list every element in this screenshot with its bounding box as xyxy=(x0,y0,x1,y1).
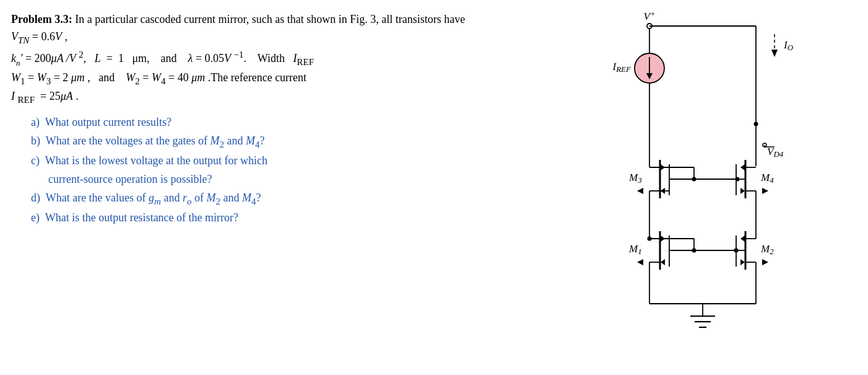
question-a: a) What output current results? xyxy=(31,113,471,132)
m1-label: M1 xyxy=(628,243,642,256)
question-b: b) What are the voltages at the gates of… xyxy=(31,132,471,152)
svg-marker-49 xyxy=(661,259,665,265)
m2-label: M2 xyxy=(760,243,774,256)
svg-marker-20 xyxy=(661,188,665,194)
m4-label: M4 xyxy=(760,172,774,185)
vplus-label: V+ xyxy=(643,9,655,22)
problem-title: Problem 3.3: xyxy=(11,13,72,25)
question-d: d) What are the values of gm and ro of M… xyxy=(31,189,471,209)
problem-statement: Problem 3.3: In a particular cascoded cu… xyxy=(11,11,471,48)
m1-arrow xyxy=(637,259,643,265)
kn-label: kn′ xyxy=(11,52,22,64)
svg-marker-56 xyxy=(740,236,745,242)
svg-point-33 xyxy=(736,177,740,182)
m4-arrow xyxy=(762,188,768,194)
question-e: e) What is the output resistance of the … xyxy=(31,209,471,227)
svg-point-55 xyxy=(734,249,739,253)
m3-arrow xyxy=(637,188,643,194)
problem-line-2: kn′ = 200μA /V 2, L = 1 μm, and λ = 0.05… xyxy=(11,48,471,69)
m2-arrow xyxy=(762,259,768,265)
m3-label: M3 xyxy=(628,172,642,185)
question-c-cont: current-source operation is possible? xyxy=(31,170,471,189)
problem-line-3: W1 = W3 = 2 μm , and W2 = W4 = 40 μm .Th… xyxy=(11,69,471,89)
left-panel: Problem 3.3: In a particular cascoded cu… xyxy=(0,0,483,375)
problem-line-4: I REF = 25μA . xyxy=(11,88,471,107)
width-expr: W xyxy=(11,71,20,84)
svg-marker-35 xyxy=(740,188,745,194)
problem-intro: In a particular cascoded current mirror,… xyxy=(11,13,465,43)
iref-label: IREF xyxy=(612,61,632,74)
right-panel: .wire { stroke: #000; stroke-width: 1.8;… xyxy=(483,0,868,375)
questions-list: a) What output current results? b) What … xyxy=(11,113,471,227)
io-arrow xyxy=(771,50,778,57)
vd4-label: VD4 xyxy=(767,146,784,159)
io-label: IO xyxy=(783,39,794,52)
circuit-diagram: .wire { stroke: #000; stroke-width: 1.8;… xyxy=(545,6,805,366)
svg-marker-57 xyxy=(740,259,745,265)
question-c: c) What is the lowest voltage at the out… xyxy=(31,152,471,170)
svg-marker-48 xyxy=(661,236,665,242)
svg-marker-34 xyxy=(740,164,745,170)
